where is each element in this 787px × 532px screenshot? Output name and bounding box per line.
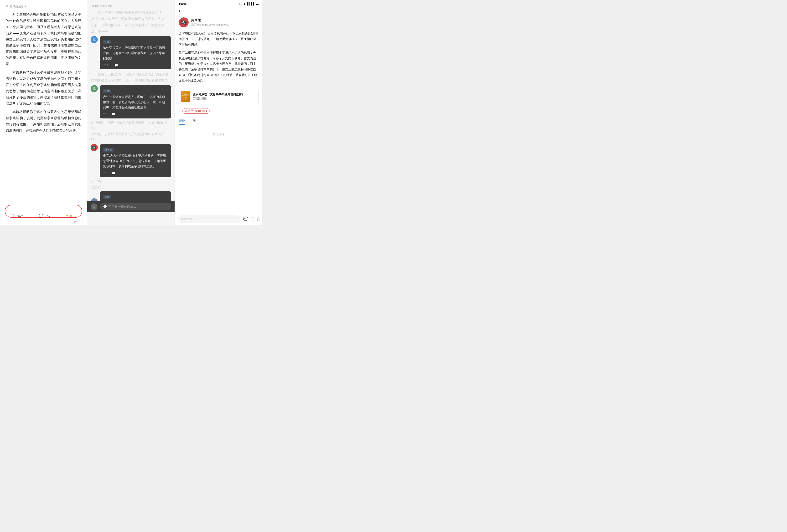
user-blog: 我的博客:https://sykent.github.io/ — [191, 23, 229, 26]
bg-text-5: 金字塔 — [91, 179, 171, 184]
bg-text-6: 思想的 — [91, 184, 171, 190]
comment-text-1: 这句话很关键，给我指明了不光只是学习沟通方面，还有在生活处理琐事方面，提供了思考… — [103, 45, 168, 61]
comment-icon-bar[interactable]: 💬 — [243, 217, 248, 222]
battery-icon: ● □ — [238, 2, 242, 5]
no-comment-text: 暂无评论 — [175, 125, 262, 143]
bg-text-1: 对文章阐述的思想作出疑问/回答式反应是人类的一种自然反应，没有国籍和民族的区别。… — [91, 10, 171, 35]
like-count: 1626 — [16, 214, 24, 218]
comment-button[interactable]: 💬 767 — [39, 214, 50, 218]
comment-count: 767 — [45, 214, 50, 218]
like-button[interactable]: ♡ 1626 — [12, 214, 24, 218]
user-name: 思考者 — [191, 19, 229, 23]
share-icon: ✦ — [66, 214, 69, 218]
book-author: 芭芭拉·明托 — [193, 97, 256, 101]
panel2-content: 第1篇 表达的逻辑 对文章阐述的思想作出疑问/回答式反应是人类的一种自然反应，没… — [87, 0, 175, 213]
reply-icon-3: 💬 — [112, 171, 115, 175]
book-card[interactable]: 金字塔原理 金字塔原理（麦肯锡40年经典培训教材） 芭芭拉·明托 — [178, 89, 258, 104]
comment-actions-2: ♡ 💬 — [103, 112, 168, 116]
like-action-2[interactable]: ♡ — [103, 112, 106, 116]
like-icon-bar[interactable]: ♡ — [251, 217, 254, 222]
page-number: 17 / 414 — [74, 221, 83, 224]
comment-card-3: 思考者 金字塔结构组织思想:由主要思想开始→下层思想通过疑问/回答的方式，进行展… — [100, 144, 171, 177]
heart-icon-3: ♡ — [103, 171, 106, 175]
comment-input-bar: 发表评论... 💬 ♡ ⎙ — [175, 213, 262, 225]
comment-placeholder: 发表评论... — [180, 217, 194, 221]
signal-icon: ▌▌ ▌▌ — [247, 2, 255, 5]
reply-icon-1: 💬 — [114, 63, 118, 67]
bg-text-4: 塔结构，以及组成金字塔的子结构之间如何互相关联；介 — [91, 131, 171, 143]
comment-text-2: 表述一些让大家听进去，理解了，记住的东西很难，看一看是否能够让受众心头一震，引起… — [103, 94, 168, 110]
comment-label-1: 征途 — [103, 40, 111, 44]
share-button[interactable]: ✦ 813 — [66, 214, 76, 218]
bg-text-3: 己的思想，有助于自己写出条理清晰、意义明确的文章。 — [91, 120, 171, 131]
tab-likes[interactable]: 赞 — [189, 117, 200, 125]
comment-label-4: 龚毅 — [103, 195, 111, 199]
comment-bottom-bar: ✕ 💬 写下这一刻的想法... — [87, 201, 175, 213]
share-icon-bar[interactable]: ⎙ — [257, 217, 259, 222]
heart-icon-1: ♡ — [103, 63, 106, 67]
comment-actions-1: ♡ 1 💬 — [103, 63, 168, 67]
user-avatar: 🏴‍☠️ — [178, 17, 189, 27]
panel-comments: 第1篇 表达的逻辑 对文章阐述的思想作出疑问/回答式反应是人类的一种自然反应，没… — [87, 0, 175, 225]
tabs-row: 评论 赞 — [175, 117, 262, 125]
article-text-2: 你可以很容易地使受众理解用金字塔结构组织的思想：先从金字塔的最顶端开始，沿各个分… — [178, 50, 258, 83]
article-body: 金字塔结构组织思想:由主要思想开始→下层思想通过疑问/回答的方式，进行展开。→如… — [175, 30, 262, 86]
comment-label-3: 思考者 — [103, 148, 114, 152]
panel2-header: 第1篇 表达的逻辑 — [87, 0, 175, 10]
panel-reading: 第1篇 表达的逻辑 对文章阐述的思想作出疑问/回答式反应是人类的一种自然反应，没… — [0, 0, 87, 225]
like-count-1: 1 — [107, 63, 108, 67]
avatar-c3: 🏴‍☠️ — [91, 144, 98, 151]
paragraph-1: 对文章阐述的思想作出疑问/回答式反应是人类的一种自然反应，没有国籍和民族的区别。… — [6, 12, 81, 67]
battery-full-icon: ▬ — [256, 2, 258, 5]
wifi-icon: ▲ — [243, 2, 246, 5]
user-info: 思考者 我的博客:https://sykent.github.io/ — [191, 19, 229, 26]
reply-action-2[interactable]: 💬 — [112, 112, 115, 116]
status-bar: 10:48 ● □ ▲ ▌▌ ▌▌ ▬ — [175, 0, 262, 6]
book-info: 金字塔原理（麦肯锡40年经典培训教材） 芭芭拉·明托 — [193, 92, 256, 101]
reply-icon-2: 💬 — [112, 112, 115, 116]
status-time: 10:48 — [178, 2, 187, 5]
close-button[interactable]: ✕ — [91, 203, 97, 210]
comment-input-field[interactable]: 发表评论... — [178, 215, 241, 223]
paragraph-3: 本篇将帮助你了解如何将要表达的思想组织成金字塔结构，说明了使用金字塔原理能够检查… — [6, 109, 81, 134]
reply-action-3[interactable]: 💬 — [112, 171, 115, 175]
bg-text-2: 把握自己的思想。人类弄清自己思想所需要用的结构也是金字塔结构。因此，作者或讲话者… — [91, 71, 171, 84]
book-cover: 金字塔原理 — [181, 91, 190, 102]
avatar-c1: 征 — [91, 36, 98, 43]
comment-text-3: 金字塔结构组织思想:由主要思想开始→下层思想通过疑问/回答的方式，进行展开。→如… — [103, 153, 168, 169]
input-icon: 💬 — [103, 205, 107, 208]
input-placeholder: 写下这一刻的想法... — [108, 204, 136, 209]
comment-label-2: 征途 — [103, 89, 111, 93]
share-count: 813 — [70, 214, 76, 218]
status-icons: ● □ ▲ ▌▌ ▌▌ ▬ — [238, 2, 258, 5]
user-row: 🏴‍☠️ 思考者 我的博客:https://sykent.github.io/ — [175, 16, 262, 30]
reply-action-1[interactable]: 💬 — [114, 63, 118, 67]
book-title: 金字塔原理（麦肯锡40年经典培训教材） — [193, 92, 256, 96]
panel1-content: 对文章阐述的思想作出疑问/回答式反应是人类的一种自然反应，没有国籍和民族的区别。… — [6, 12, 81, 134]
article-text-1: 金字塔结构组织思想:由主要思想开始→下层思想通过疑问/回答的方式，进行展开。→如… — [178, 31, 258, 47]
like-action-1[interactable]: ♡ 1 — [103, 63, 108, 67]
paragraph-2: 本篇解释了为什么受众最容易理解和记住金字塔结构，以及组成金字塔的子结构之间如何互… — [6, 70, 81, 107]
comment-card-1: 征途 这句话很关键，给我指明了不光只是学习沟通方面，还有在生活处理琐事方面，提供… — [100, 36, 171, 69]
comment-icon: 💬 — [39, 214, 43, 218]
comment-input[interactable]: 💬 写下这一刻的想法... — [100, 203, 171, 210]
comment-actions-3: ♡ 💬 — [103, 171, 168, 175]
pub-date: 发表于 2018/3/31 — [183, 108, 210, 114]
panel-article: 10:48 ● □ ▲ ▌▌ ▌▌ ▬ ‹ 🏴‍☠️ 思考者 我的博客:http… — [175, 0, 262, 225]
nav-bar: ‹ — [175, 6, 262, 16]
avatar-c2: 征 — [91, 85, 98, 92]
comment-card-2: 征途 表述一些让大家听进去，理解了，记住的东西很难，看一看是否能够让受众心头一震… — [100, 85, 171, 118]
tab-comments[interactable]: 评论 — [175, 117, 189, 125]
heart-icon-2: ♡ — [103, 112, 106, 116]
like-action-3[interactable]: ♡ — [103, 171, 106, 175]
panel1-footer: ♡ 1626 💬 767 ✦ 813 — [0, 211, 87, 221]
panel1-header: 第1篇 表达的逻辑 — [6, 5, 81, 8]
back-button[interactable]: ‹ — [178, 8, 180, 14]
heart-icon: ♡ — [12, 214, 15, 218]
